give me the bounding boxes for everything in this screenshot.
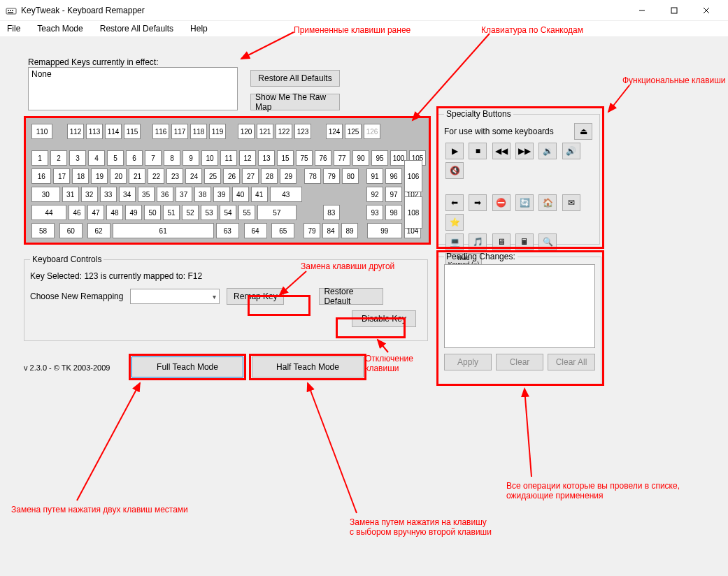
key-83[interactable]: 83 — [323, 205, 340, 220]
key-8[interactable]: 8 — [164, 150, 180, 166]
mail-icon[interactable]: ✉ — [562, 194, 580, 211]
eject-icon[interactable]: ⏏ — [574, 123, 592, 140]
menu-teach[interactable]: Teach Mode — [34, 22, 85, 35]
key-79[interactable]: 79 — [304, 223, 320, 238]
maximize-button[interactable] — [658, 0, 690, 21]
key-124[interactable]: 124 — [326, 124, 343, 139]
vol-up-icon[interactable]: 🔊 — [562, 143, 580, 159]
back-icon[interactable]: ⬅ — [445, 194, 464, 211]
key-106[interactable]: 106 — [404, 160, 422, 192]
menu-file[interactable]: File — [4, 22, 23, 35]
key-84[interactable]: 84 — [322, 223, 339, 238]
key-35[interactable]: 35 — [138, 187, 155, 202]
key-28[interactable]: 28 — [261, 168, 278, 184]
key-61[interactable]: 61 — [113, 223, 214, 238]
key-12[interactable]: 12 — [239, 150, 256, 166]
key-41[interactable]: 41 — [251, 187, 268, 202]
key-76[interactable]: 76 — [315, 150, 331, 166]
key-3[interactable]: 3 — [69, 150, 86, 166]
key-120[interactable]: 120 — [238, 124, 255, 139]
key-55[interactable]: 55 — [238, 205, 255, 220]
key-9[interactable]: 9 — [183, 150, 199, 166]
key-116[interactable]: 116 — [152, 124, 169, 139]
search-icon[interactable]: 🔍 — [538, 233, 557, 250]
key-91[interactable]: 91 — [366, 168, 383, 184]
remap-key-button[interactable]: Remap Key — [227, 288, 284, 305]
refresh-icon[interactable]: 🔄 — [515, 194, 534, 211]
key-123[interactable]: 123 — [294, 124, 311, 139]
key-47[interactable]: 47 — [87, 205, 104, 220]
key-15[interactable]: 15 — [277, 150, 294, 166]
remapping-select[interactable] — [130, 289, 220, 304]
rewind-icon[interactable]: ◀◀ — [492, 143, 511, 159]
menu-restore[interactable]: Restore All Defaults — [97, 22, 176, 35]
key-43[interactable]: 43 — [270, 187, 302, 202]
clear-button[interactable]: Clear — [496, 354, 543, 370]
minimize-button[interactable] — [626, 0, 658, 21]
key-37[interactable]: 37 — [176, 187, 192, 202]
key-24[interactable]: 24 — [185, 168, 202, 184]
media-icon[interactable]: 🎵 — [469, 233, 487, 250]
key-98[interactable]: 98 — [385, 205, 402, 220]
vol-down-icon[interactable]: 🔉 — [538, 143, 557, 159]
key-60[interactable]: 60 — [59, 223, 83, 238]
key-32[interactable]: 32 — [81, 187, 98, 202]
key-54[interactable]: 54 — [220, 205, 236, 220]
calculator-icon[interactable]: 🖩 — [515, 233, 534, 250]
key-44[interactable]: 44 — [31, 205, 66, 220]
key-126[interactable]: 126 — [364, 124, 380, 139]
key-75[interactable]: 75 — [296, 150, 313, 166]
key-46[interactable]: 46 — [69, 205, 85, 220]
key-1[interactable]: 1 — [31, 150, 48, 166]
key-13[interactable]: 13 — [258, 150, 275, 166]
key-7[interactable]: 7 — [145, 150, 162, 166]
key-122[interactable]: 122 — [276, 124, 292, 139]
key-49[interactable]: 49 — [125, 205, 142, 220]
key-23[interactable]: 23 — [166, 168, 183, 184]
key-92[interactable]: 92 — [366, 187, 383, 202]
pending-textbox[interactable] — [444, 264, 595, 348]
key-26[interactable]: 26 — [223, 168, 240, 184]
key-99[interactable]: 99 — [367, 223, 402, 238]
disable-key-button[interactable]: Disable Key — [352, 310, 416, 327]
key-16[interactable]: 16 — [31, 168, 51, 184]
key-89[interactable]: 89 — [341, 223, 358, 238]
key-21[interactable]: 21 — [129, 168, 145, 184]
key-79[interactable]: 79 — [323, 168, 340, 184]
key-27[interactable]: 27 — [242, 168, 259, 184]
key-96[interactable]: 96 — [385, 168, 402, 184]
key-25[interactable]: 25 — [204, 168, 221, 184]
key-48[interactable]: 48 — [106, 205, 123, 220]
mute-icon[interactable]: 🔇 — [445, 162, 464, 179]
restore-defaults-button[interactable]: Restore All Defaults — [250, 70, 340, 87]
key-20[interactable]: 20 — [110, 168, 127, 184]
favorites-icon[interactable]: ⭐ — [445, 214, 464, 231]
key-63[interactable]: 63 — [216, 223, 239, 238]
key-22[interactable]: 22 — [148, 168, 164, 184]
key-18[interactable]: 18 — [72, 168, 89, 184]
key-117[interactable]: 117 — [171, 124, 188, 139]
key-90[interactable]: 90 — [352, 150, 369, 166]
key-121[interactable]: 121 — [257, 124, 273, 139]
key-50[interactable]: 50 — [144, 205, 161, 220]
key-108[interactable]: 108 — [404, 196, 422, 229]
menu-help[interactable]: Help — [187, 22, 210, 35]
key-31[interactable]: 31 — [62, 187, 79, 202]
apply-button[interactable]: Apply — [444, 354, 492, 370]
key-115[interactable]: 115 — [124, 124, 141, 139]
key-17[interactable]: 17 — [53, 168, 70, 184]
key-6[interactable]: 6 — [126, 150, 143, 166]
key-40[interactable]: 40 — [232, 187, 249, 202]
key-10[interactable]: 10 — [201, 150, 218, 166]
stop2-icon[interactable]: ⛔ — [492, 194, 511, 211]
key-36[interactable]: 36 — [157, 187, 173, 202]
clear-all-button[interactable]: Clear All — [548, 354, 595, 370]
home-icon[interactable]: 🏠 — [538, 194, 557, 211]
desktop-icon[interactable]: 🖥 — [492, 233, 511, 250]
key-113[interactable]: 113 — [86, 124, 103, 139]
key-29[interactable]: 29 — [280, 168, 297, 184]
forward2-icon[interactable]: ➡ — [469, 194, 487, 211]
play-icon[interactable]: ▶ — [445, 143, 464, 159]
key-52[interactable]: 52 — [182, 205, 199, 220]
key-97[interactable]: 97 — [385, 187, 402, 202]
